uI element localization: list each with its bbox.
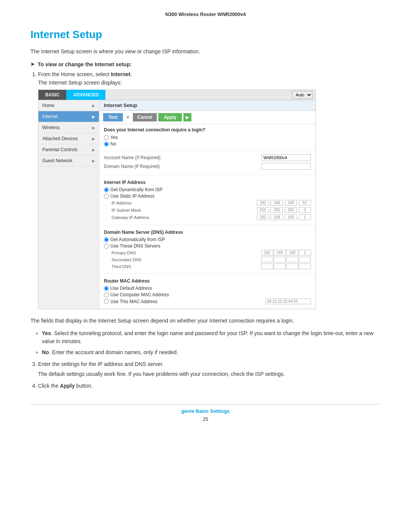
gateway-octet-4[interactable] [299, 214, 311, 220]
secondary-dns-octet-3[interactable] [286, 257, 298, 262]
third-dns-octet-4[interactable] [299, 264, 311, 269]
tab-basic[interactable]: BASIC [38, 90, 66, 100]
ip-octet-1[interactable] [257, 200, 269, 206]
radio-dns-manual-row: Use These DNS Servers [104, 243, 311, 249]
subnet-fields: . . . [257, 207, 311, 213]
radio-dynamic-label: Get Dynamically from ISP [110, 187, 162, 192]
secondary-dns-octet-2[interactable] [274, 257, 286, 262]
mac-section: Router MAC Address Use Default Address U… [99, 274, 315, 309]
ip-octet-2[interactable] [271, 200, 283, 206]
radio-dns-auto[interactable] [104, 237, 109, 242]
radio-mac-this[interactable] [104, 299, 109, 304]
sidebar-item-attached-devices[interactable]: Attached Devices ▶ [38, 133, 99, 144]
sidebar-item-guest-network[interactable]: Guest Network ▶ [38, 155, 99, 166]
apply-arrow-button[interactable]: ▶ [183, 113, 191, 121]
radio-mac-computer-label: Use Computer MAC Address [110, 292, 169, 297]
router-ui-screenshot: BASIC ADVANCED Auto Home ▶ Internet ▶ [38, 89, 316, 309]
ip-octet-3[interactable] [285, 200, 297, 206]
primary-dns-row: Primary DNS [104, 250, 311, 256]
main-header-title: Internet Setup [99, 100, 315, 111]
radio-no[interactable] [104, 142, 109, 147]
arrow-icon: ▶ [92, 159, 95, 163]
mac-address-input[interactable] [265, 299, 311, 304]
primary-dns-octet-2[interactable] [274, 250, 286, 256]
third-dns-octet-2[interactable] [274, 264, 286, 269]
third-dns-row: Third DNS [104, 264, 311, 269]
step-instruction-header: To view or change the Internet setup: [30, 61, 381, 67]
primary-dns-fields [261, 250, 311, 256]
tab-advanced[interactable]: ADVANCED [66, 90, 105, 100]
radio-yes-label: Yes [110, 135, 118, 140]
domain-name-input[interactable] [261, 163, 311, 170]
dns-section: Domain Name Server (DNS) Address Get Aut… [99, 225, 315, 274]
primary-dns-octet-1[interactable] [261, 250, 273, 256]
secondary-dns-octet-1[interactable] [261, 257, 273, 262]
gateway-octet-1[interactable] [257, 214, 269, 220]
radio-mac-computer[interactable] [104, 292, 109, 297]
footer-link[interactable]: genie Basic Settings [30, 408, 381, 414]
subnet-octet-3[interactable] [285, 207, 297, 213]
third-dns-octet-1[interactable] [261, 264, 273, 269]
gateway-octet-3[interactable] [285, 214, 297, 220]
intro-text: The Internet Setup screen is where you v… [30, 48, 381, 54]
subnet-octet-1[interactable] [257, 207, 269, 213]
login-question-section: Does your Internet connection require a … [99, 124, 315, 151]
secondary-dns-octet-4[interactable] [299, 257, 311, 262]
tab-bar: BASIC ADVANCED Auto [38, 90, 315, 100]
radio-mac-default-row: Use Default Address [104, 286, 311, 291]
radio-dns-manual[interactable] [104, 244, 109, 249]
secondary-dns-label: Secondary DNS [112, 257, 142, 262]
radio-no-row: No [104, 141, 311, 147]
sidebar-item-wireless[interactable]: Wireless ▶ [38, 122, 99, 133]
radio-static-row: Use Static IP Address [104, 193, 311, 199]
primary-dns-label: Primary DNS [112, 251, 136, 255]
mac-title: Router MAC Address [104, 278, 311, 284]
internet-ip-section: Internet IP Address Get Dynamically from… [99, 175, 315, 225]
ip-octet-4[interactable] [299, 200, 311, 206]
apply-button[interactable]: Apply [158, 113, 182, 121]
account-name-input[interactable] [261, 154, 311, 161]
internet-ip-title: Internet IP Address [104, 180, 311, 185]
ip-address-row: IP Address . . . [104, 200, 311, 206]
primary-dns-octet-4[interactable] [299, 250, 311, 256]
step-2: Enter the settings for the IP address an… [38, 361, 381, 378]
radio-dns-auto-row: Get Automatically from ISP [104, 237, 311, 242]
auto-dropdown[interactable]: Auto [292, 91, 312, 99]
ip-address-label: IP Address [112, 201, 132, 205]
sidebar-item-parental-controls[interactable]: Parental Controls ▶ [38, 144, 99, 155]
radio-yes-row: Yes [104, 135, 311, 140]
secondary-dns-fields [261, 257, 311, 262]
router-body: Home ▶ Internet ▶ Wireless ▶ Attached De… [38, 100, 315, 309]
sidebar-item-home[interactable]: Home ▶ [38, 100, 99, 111]
domain-name-label: Domain Name (If Required) [104, 164, 160, 169]
test-button[interactable]: Test [103, 113, 123, 121]
radio-mac-default-label: Use Default Address [110, 286, 152, 291]
doc-header: N300 Wireless Router WNR2000v4 [30, 11, 381, 17]
login-question-label: Does your Internet connection require a … [104, 127, 311, 133]
radio-mac-this-label: Use This MAC Address [110, 299, 158, 304]
radio-no-label: No [110, 141, 116, 147]
arrow-icon: ▶ [92, 148, 95, 152]
page-number: 25 [30, 416, 381, 422]
radio-mac-this-row: Use This MAC Address [104, 299, 311, 304]
third-dns-octet-3[interactable] [286, 264, 298, 269]
subnet-octet-4[interactable] [299, 207, 311, 213]
body-text: The fields that display in the Internet … [30, 317, 381, 325]
gateway-octet-2[interactable] [271, 214, 283, 220]
close-icon[interactable]: ✕ [124, 115, 131, 120]
radio-mac-default[interactable] [104, 286, 109, 291]
radio-static[interactable] [104, 194, 109, 199]
radio-dynamic[interactable] [104, 187, 109, 192]
radio-yes[interactable] [104, 135, 109, 140]
ip-address-fields: . . . [257, 200, 311, 206]
cancel-button[interactable]: Cancel [133, 113, 157, 121]
primary-dns-octet-3[interactable] [286, 250, 298, 256]
subnet-mask-row: IP Subnet Mask . . . [104, 207, 311, 213]
radio-mac-computer-row: Use Computer MAC Address [104, 292, 311, 297]
bullet-item-yes: Yes. Select the tunneling protocol, and … [42, 329, 381, 345]
subnet-octet-2[interactable] [271, 207, 283, 213]
bullet-item-no: No. Enter the account and domain names, … [42, 348, 381, 356]
sidebar-item-internet[interactable]: Internet ▶ [38, 111, 99, 122]
step-1: From the Home screen, select Internet. T… [38, 71, 381, 309]
steps-list: From the Home screen, select Internet. T… [38, 71, 381, 389]
